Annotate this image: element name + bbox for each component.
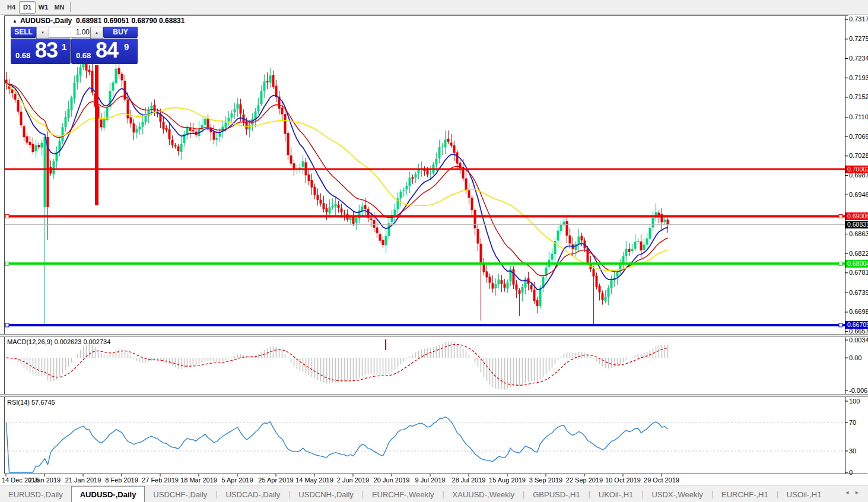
tab-scroll-left-icon[interactable]: ◄ xyxy=(844,490,854,495)
hline-price-tag: 0.66705 xyxy=(845,321,868,329)
hline-price-tag: 0.69006 xyxy=(845,212,868,220)
time-tick-label: 20 Jun 2019 xyxy=(374,476,410,484)
sell-price-main: 83 xyxy=(35,39,58,63)
sell-button[interactable]: SELL xyxy=(11,27,36,38)
time-tick-label: 18 Mar 2019 xyxy=(180,476,217,484)
buy-price-prefix: 0.68 xyxy=(76,51,91,60)
sell-price-pip: 1 xyxy=(62,42,66,52)
time-tick-label: 9 Jul 2019 xyxy=(415,476,446,484)
buy-button[interactable]: BUY xyxy=(103,27,138,38)
hline-price-tag: 0.70002 xyxy=(845,166,868,173)
volume-input[interactable]: 1.00 xyxy=(49,27,94,38)
timeframe-button-d1[interactable]: D1 xyxy=(19,1,36,14)
chart-title: ▲AUDUSD-,Daily 0.68981 0.69051 0.68790 0… xyxy=(12,17,185,25)
toolbar-separator xyxy=(70,2,71,12)
symbol-tab-usdchf[interactable]: USDCHF-,Daily xyxy=(145,486,215,502)
price-tick-label: 0.67390 xyxy=(849,289,868,296)
symbol-tab-eurchf[interactable]: EURCHF-,H1 xyxy=(713,486,777,502)
collapse-arrow-icon[interactable]: ▲ xyxy=(12,18,17,24)
symbol-tab-usdcnh[interactable]: USDCNH-,Daily xyxy=(290,486,361,502)
current-price-tag: 0.68831 xyxy=(845,221,868,228)
tab-scroll-arrows[interactable]: ◄► xyxy=(844,490,864,495)
price-tick-label: 0.68220 xyxy=(849,250,868,257)
price-tick-label: 0.67810 xyxy=(849,269,868,276)
chart-window xyxy=(0,15,868,485)
price-tick-label: 0.71100 xyxy=(849,113,868,120)
symbol-tab-audusd[interactable]: AUDUSD-,Daily xyxy=(71,486,145,502)
price-tick-label: 0.71520 xyxy=(849,93,868,100)
time-tick-label: 25 Apr 2019 xyxy=(258,476,293,484)
time-tick-label: 5 Apr 2019 xyxy=(221,476,253,484)
time-tick-label: 2 Jan 2019 xyxy=(28,476,61,484)
macd-tick-label: -0.00637 xyxy=(849,387,868,394)
macd-indicator-label: MACD(12,26,9) 0.002623 0.002734 xyxy=(7,338,110,345)
buy-price-main: 84 xyxy=(96,39,118,63)
time-tick-label: 2 Jun 2019 xyxy=(337,476,369,484)
price-tick-label: 0.72340 xyxy=(849,55,868,62)
symbol-tab-bar: EURUSD-,DailyAUDUSD-,DailyUSDCHF-,Daily|… xyxy=(0,485,868,502)
timeframe-button-mn[interactable]: MN xyxy=(51,1,68,14)
buy-price-box[interactable]: 0.68 84 9 xyxy=(71,39,138,64)
macd-tick-label: 0.00349 xyxy=(849,336,868,344)
symbol-tab-eurchf[interactable]: EURCHF-,Weekly xyxy=(364,486,443,502)
rsi-indicator-label: RSI(14) 57.6745 xyxy=(7,399,55,406)
time-tick-label: 14 May 2019 xyxy=(295,476,333,484)
time-tick-label: 3 Sep 2019 xyxy=(529,476,562,484)
buy-price-pip: 9 xyxy=(124,42,129,52)
price-tick-label: 0.70280 xyxy=(849,152,868,159)
hline-price-tag: 0.68004 xyxy=(845,260,868,268)
symbol-tab-usdx[interactable]: USDX-,Weekly xyxy=(643,486,711,502)
price-tick-label: 0.73170 xyxy=(849,15,868,23)
time-tick-label: 15 Aug 2019 xyxy=(489,476,526,484)
time-tick-label: 27 Feb 2019 xyxy=(142,476,179,484)
symbol-tab-xauusd[interactable]: XAUUSD-,Weekly xyxy=(444,486,523,502)
symbol-tab-gbpusd[interactable]: GBPUSD-,H1 xyxy=(524,486,588,502)
sell-price-prefix: 0.68 xyxy=(15,51,30,60)
symbol-tab-usdcad[interactable]: USDCAD-,Daily xyxy=(217,486,288,502)
rsi-tick-label: 100 xyxy=(849,398,868,405)
price-tick-label: 0.69460 xyxy=(849,191,868,198)
timeframe-button-w1[interactable]: W1 xyxy=(35,1,52,14)
time-tick-label: 21 Jan 2019 xyxy=(65,476,101,484)
one-click-trading-panel: SELL ▼ 1.00 ▲ BUY 0.68 83 1 0.68 84 9 xyxy=(11,26,136,63)
chart-symbol-label: AUDUSD-,Daily xyxy=(20,17,72,25)
time-tick-label: 22 Sep 2019 xyxy=(566,476,603,484)
symbol-tab-ukoil[interactable]: UKOil-,H1 xyxy=(590,486,642,502)
rsi-tick-label: 30 xyxy=(849,447,868,455)
volume-increase-button[interactable]: ▲ xyxy=(90,27,103,39)
rsi-tick-label: 0 xyxy=(849,469,868,476)
time-tick-label: 8 Feb 2019 xyxy=(105,476,138,484)
timeframe-toolbar: H4D1W1MN xyxy=(0,0,868,15)
symbol-tab-eurusd[interactable]: EURUSD-,Daily xyxy=(0,486,71,502)
terminal-root: H4D1W1MN ▲AUDUSD-,Daily 0.68981 0.69051 … xyxy=(0,0,868,502)
chart-ohlc-values: 0.68981 0.69051 0.68790 0.68831 xyxy=(76,17,185,25)
symbol-tab-usoil[interactable]: USOil-,H1 xyxy=(778,486,830,502)
tab-scroll-right-icon[interactable]: ► xyxy=(854,490,864,495)
volume-decrease-button[interactable]: ▼ xyxy=(36,27,49,39)
macd-tick-label: 0.00 xyxy=(849,354,868,361)
rsi-tick-label: 70 xyxy=(849,419,868,426)
price-tick-label: 0.72750 xyxy=(849,35,868,42)
time-tick-label: 29 Oct 2019 xyxy=(644,476,679,484)
time-tick-label: 28 Jul 2019 xyxy=(452,476,486,484)
price-tick-label: 0.66980 xyxy=(849,308,868,315)
sell-price-box[interactable]: 0.68 83 1 xyxy=(11,39,71,64)
price-tick-label: 0.71930 xyxy=(849,74,868,81)
timeframe-button-h4[interactable]: H4 xyxy=(3,1,20,14)
price-tick-label: 0.68630 xyxy=(849,230,868,237)
price-tick-label: 0.70690 xyxy=(849,133,868,140)
time-tick-label: 10 Oct 2019 xyxy=(605,476,641,484)
